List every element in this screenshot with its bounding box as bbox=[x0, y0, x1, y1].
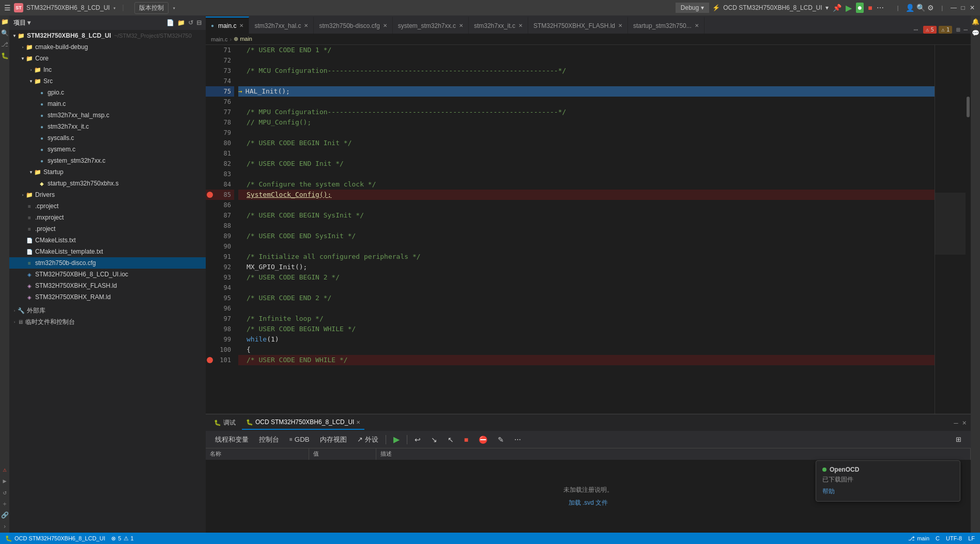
tab-close-button[interactable]: ✕ bbox=[618, 23, 622, 28]
activity-refresh-icon[interactable]: ↺ bbox=[1, 488, 9, 496]
load-svd-link[interactable]: 加载 .svd 文件 bbox=[569, 499, 608, 507]
panel-tab-debug-title[interactable]: 🐛 调试 bbox=[210, 415, 240, 430]
tab-close-button[interactable]: ✕ bbox=[383, 23, 387, 28]
tree-item-src[interactable]: ▼ 📁 Src bbox=[9, 75, 206, 87]
edit-button[interactable]: ✎ bbox=[495, 434, 507, 445]
close-button[interactable]: ✕ bbox=[969, 4, 976, 11]
tab-hal-c[interactable]: stm32h7xx_hal.c ✕ bbox=[249, 17, 314, 34]
threads-vars-button[interactable]: 线程和变量 bbox=[212, 434, 252, 445]
status-language[interactable]: C bbox=[936, 535, 940, 541]
step-over-button[interactable]: ↩ bbox=[411, 434, 424, 445]
tree-item-inc[interactable]: › 📁 Inc bbox=[9, 64, 206, 75]
tab-close-button[interactable]: ✕ bbox=[695, 23, 699, 28]
tab-close-button[interactable]: ✕ bbox=[304, 23, 308, 28]
ocd-dropdown[interactable]: ▾ bbox=[825, 4, 829, 11]
version-control-dropdown[interactable]: ▾ bbox=[173, 5, 176, 11]
more-tabs-icon[interactable]: ⋯ bbox=[963, 26, 968, 34]
tree-item-core[interactable]: ▼ 📁 Core bbox=[9, 53, 206, 64]
tabs-overflow-button[interactable]: ⋯ bbox=[909, 25, 923, 34]
resume-button[interactable]: ▶ bbox=[390, 433, 403, 445]
tree-item-it-c[interactable]: ● stm32h7xx_it.c bbox=[9, 121, 206, 132]
minimize-button[interactable]: — bbox=[950, 4, 957, 11]
tab-system-c[interactable]: system_stm32h7xx.c ✕ bbox=[393, 17, 469, 34]
panel-close-icon[interactable]: × bbox=[962, 418, 967, 427]
split-editor-icon[interactable]: ⊞ bbox=[956, 26, 960, 34]
maximize-button[interactable]: □ bbox=[959, 4, 967, 11]
tree-item-system[interactable]: ● system_stm32h7xx.c bbox=[9, 155, 206, 166]
more-debug-button[interactable]: ⋯ bbox=[511, 434, 524, 444]
tree-item-cproject[interactable]: ≡ .cproject bbox=[9, 200, 206, 212]
pin-icon[interactable]: 📌 bbox=[833, 4, 841, 12]
tab-close-button[interactable]: ✕ bbox=[459, 23, 463, 28]
settings-icon[interactable]: ⚙ bbox=[927, 4, 934, 12]
right-icon-bell[interactable]: 🔔 bbox=[971, 18, 979, 26]
tree-item-startup-s[interactable]: ◆ startup_stm32h750xbhx.s bbox=[9, 178, 206, 189]
activity-debug-icon[interactable]: 🐛 bbox=[1, 52, 9, 60]
memory-button[interactable]: 内存视图 bbox=[317, 434, 350, 445]
activity-explorer-icon[interactable]: 📁 bbox=[1, 18, 9, 26]
minimap[interactable] bbox=[935, 45, 966, 414]
hamburger-menu-icon[interactable]: ☰ bbox=[4, 4, 11, 12]
tree-item-ram-ld[interactable]: ◈ STM32H750XBHX_RAM.ld bbox=[9, 291, 206, 303]
sidebar-new-file-icon[interactable]: 📄 bbox=[166, 19, 174, 26]
gdb-button[interactable]: ≡ GDB bbox=[286, 434, 313, 444]
step-out-button[interactable]: ↖ bbox=[445, 434, 457, 445]
debug-mode-button[interactable]: Debug ▾ bbox=[676, 3, 709, 13]
tab-startup[interactable]: startup_stm32h750... ✕ bbox=[628, 17, 705, 34]
more-icon[interactable]: ⋯ bbox=[877, 4, 884, 12]
disconnect-button[interactable]: ⛔ bbox=[476, 434, 491, 445]
project-dropdown[interactable]: ▾ bbox=[113, 5, 116, 11]
step-in-button[interactable]: ↘ bbox=[428, 434, 440, 445]
status-line-ending[interactable]: LF bbox=[968, 535, 975, 541]
tree-item-root[interactable]: ▼ 📁 STM32H750XBH6_8_LCD_UI ~/STM32_Proje… bbox=[9, 30, 206, 41]
panel-maximize-icon[interactable]: — bbox=[954, 418, 958, 427]
tree-item-cmake-build[interactable]: › 📁 cmake-build-debug bbox=[9, 41, 206, 53]
sidebar-collapse-icon[interactable]: ⊟ bbox=[196, 19, 202, 26]
tree-item-external-lib[interactable]: › 🔧 外部库 bbox=[9, 305, 206, 316]
panel-tab-ocd[interactable]: 🐛 OCD STM32H750XBH6_8_LCD_UI ✕ bbox=[242, 415, 364, 430]
tab-main-c[interactable]: ● main.c ✕ bbox=[206, 17, 249, 34]
activity-play-icon[interactable]: ▶ bbox=[1, 477, 9, 485]
sidebar-new-folder-icon[interactable]: 📁 bbox=[177, 19, 185, 26]
tab-close-button[interactable]: ✕ bbox=[239, 23, 243, 28]
activity-error-icon[interactable]: ⚠ bbox=[1, 465, 9, 474]
tab-flash-ld[interactable]: STM32H750XBHX_FLASH.ld ✕ bbox=[528, 17, 628, 34]
tree-item-lcd-ui-ioc[interactable]: ◈ STM32H750XBH6_8_LCD_UI.ioc bbox=[9, 269, 206, 280]
tree-item-sysmem[interactable]: ● sysmem.c bbox=[9, 144, 206, 155]
version-control-button[interactable]: 版本控制 bbox=[134, 2, 169, 14]
status-error-count[interactable]: ⊗ 5 ⚠ 1 bbox=[111, 535, 133, 542]
console-button[interactable]: 控制台 bbox=[256, 434, 282, 445]
external-button[interactable]: ↗ 外设 bbox=[354, 434, 381, 445]
status-debug-mode[interactable]: 🐛 OCD STM32H750XBH6_8_LCD_UI bbox=[5, 535, 105, 542]
right-icon-chat[interactable]: 💬 bbox=[971, 29, 979, 37]
activity-search-icon[interactable]: 🔍 bbox=[1, 29, 9, 37]
activity-add-icon[interactable]: ＋ bbox=[1, 500, 9, 508]
activity-expand-icon[interactable]: › bbox=[1, 522, 9, 531]
tree-item-flash-ld[interactable]: ◈ STM32H750XBHX_FLASH.ld bbox=[9, 280, 206, 291]
notification-help-link[interactable]: 帮助 bbox=[822, 487, 954, 496]
tab-it-c[interactable]: stm32h7xx_it.c ✕ bbox=[469, 17, 528, 34]
editor-scrollbar[interactable] bbox=[966, 45, 971, 414]
sidebar-refresh-icon[interactable]: ↺ bbox=[188, 19, 193, 26]
tree-item-disco-cfg[interactable]: ≡ stm32h750b-disco.cfg bbox=[9, 257, 206, 269]
panel-split-button[interactable]: ⊞ bbox=[953, 434, 964, 444]
panel-tab-close-button[interactable]: ✕ bbox=[356, 419, 360, 425]
status-branch[interactable]: ⎇ main bbox=[908, 535, 929, 542]
tree-item-mxproject[interactable]: ≡ .mxproject bbox=[9, 212, 206, 223]
record-icon[interactable]: ● bbox=[856, 3, 864, 13]
scrollbar-thumb[interactable] bbox=[967, 97, 970, 117]
stop-button[interactable]: ■ bbox=[461, 434, 471, 445]
tree-item-main-c[interactable]: ● main.c bbox=[9, 98, 206, 110]
tree-item-cmakelists-template[interactable]: 📄 CMakeLists_template.txt bbox=[9, 246, 206, 257]
sidebar-header-title[interactable]: 项目 ▾ bbox=[13, 19, 166, 27]
code-editor[interactable]: 71 72 73 74 75 76 77 78 79 80 81 82 83 8… bbox=[206, 45, 971, 414]
tree-item-temp-files[interactable]: › 🖥 临时文件和控制台 bbox=[9, 316, 206, 328]
status-encoding[interactable]: UTF-8 bbox=[946, 535, 962, 541]
code-content[interactable]: /* USER CODE END 1 */ /* MCU Configurati… bbox=[234, 45, 935, 414]
tab-close-button[interactable]: ✕ bbox=[518, 23, 523, 28]
tab-disco-cfg[interactable]: stm32h750b-disco.cfg ✕ bbox=[314, 17, 392, 34]
tree-item-hal-msp[interactable]: ● stm32h7xx_hal_msp.c bbox=[9, 110, 206, 121]
user-icon[interactable]: 👤 bbox=[906, 4, 914, 12]
activity-link-icon[interactable]: 🔗 bbox=[1, 511, 9, 519]
tree-item-startup-folder[interactable]: ▼ 📁 Startup bbox=[9, 166, 206, 178]
